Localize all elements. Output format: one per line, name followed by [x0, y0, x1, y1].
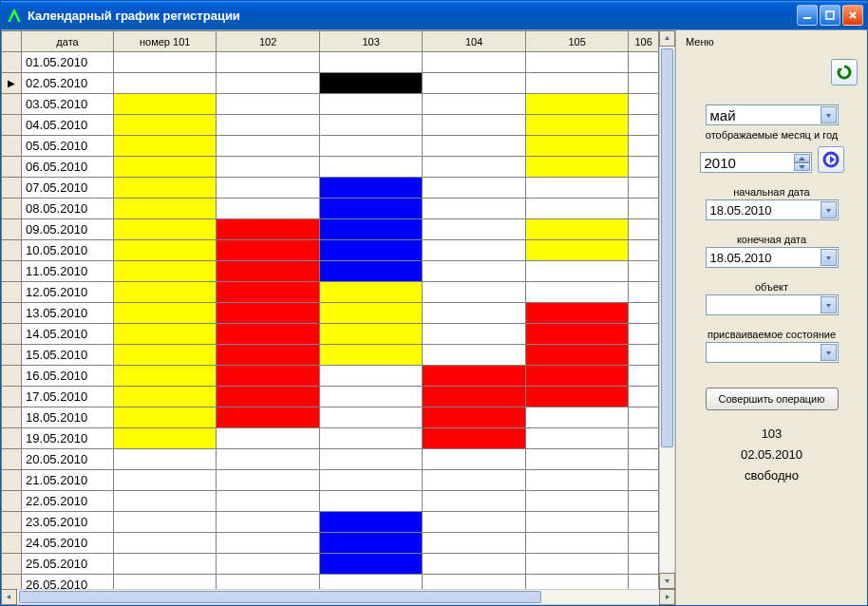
grid-cell[interactable]	[319, 94, 422, 115]
chevron-down-icon[interactable]	[821, 201, 837, 218]
grid-cell[interactable]	[525, 575, 628, 590]
chevron-down-icon[interactable]	[821, 249, 837, 266]
month-select[interactable]: май	[706, 104, 839, 125]
grid-cell[interactable]	[423, 115, 525, 136]
date-cell[interactable]: 24.05.2010	[22, 533, 114, 554]
grid-cell[interactable]	[525, 303, 628, 324]
table-row[interactable]: 12.05.2010	[2, 282, 659, 303]
table-row[interactable]: 03.05.2010	[2, 94, 659, 115]
vertical-scroll-thumb[interactable]	[661, 48, 673, 447]
grid-cell[interactable]	[113, 470, 216, 491]
minimize-button[interactable]	[797, 5, 818, 26]
date-cell[interactable]: 10.05.2010	[22, 240, 114, 261]
grid-cell[interactable]	[217, 575, 319, 590]
grid-cell[interactable]	[423, 533, 525, 554]
date-cell[interactable]: 18.05.2010	[22, 407, 114, 428]
date-cell[interactable]: 02.05.2010	[22, 73, 114, 94]
year-up-button[interactable]	[794, 154, 810, 162]
grid-cell[interactable]	[319, 575, 422, 590]
table-row[interactable]: 25.05.2010	[2, 554, 659, 575]
grid-cell[interactable]	[217, 345, 319, 366]
grid-cell[interactable]	[113, 73, 216, 94]
grid-cell[interactable]	[525, 52, 628, 73]
grid-column-header[interactable]: 102	[217, 31, 319, 52]
grid-cell[interactable]	[319, 136, 422, 157]
grid-cell[interactable]	[217, 407, 319, 428]
table-row[interactable]: 26.05.2010	[2, 575, 659, 590]
date-cell[interactable]: 12.05.2010	[22, 282, 114, 303]
grid-cell[interactable]	[629, 115, 659, 136]
date-cell[interactable]: 22.05.2010	[22, 491, 114, 512]
grid-cell[interactable]	[629, 407, 659, 428]
table-row[interactable]: 06.05.2010	[2, 157, 659, 178]
grid-cell[interactable]	[319, 407, 422, 428]
grid-cell[interactable]	[423, 178, 525, 199]
grid-cell[interactable]	[423, 282, 525, 303]
grid-cell[interactable]	[113, 52, 216, 73]
table-row[interactable]: 17.05.2010	[2, 387, 659, 407]
grid-cell[interactable]	[113, 533, 216, 554]
grid-column-header[interactable]: 105	[525, 31, 628, 52]
grid-cell[interactable]	[525, 115, 628, 136]
start-date-input[interactable]: 18.05.2010	[706, 199, 839, 220]
grid-cell[interactable]	[113, 387, 216, 407]
grid-cell[interactable]	[525, 387, 628, 407]
grid-cell[interactable]	[423, 303, 525, 324]
date-cell[interactable]: 03.05.2010	[22, 94, 114, 115]
date-cell[interactable]: 07.05.2010	[22, 178, 114, 199]
table-row[interactable]: 09.05.2010	[2, 219, 659, 240]
grid-cell[interactable]	[525, 428, 628, 449]
grid-cell[interactable]	[319, 303, 422, 324]
grid-cell[interactable]	[319, 178, 422, 199]
grid-cell[interactable]	[525, 366, 628, 387]
grid-cell[interactable]	[423, 345, 525, 366]
grid-column-header[interactable]: 103	[319, 31, 422, 52]
grid-column-header[interactable]: дата	[22, 31, 114, 52]
grid-cell[interactable]	[525, 407, 628, 428]
grid-cell[interactable]	[217, 512, 319, 533]
grid-cell[interactable]	[423, 512, 525, 533]
grid-cell[interactable]	[525, 73, 628, 94]
table-row[interactable]: 22.05.2010	[2, 491, 659, 512]
grid-cell[interactable]	[423, 324, 525, 345]
grid-cell[interactable]	[113, 407, 216, 428]
grid-cell[interactable]	[319, 52, 422, 73]
chevron-down-icon[interactable]	[821, 296, 837, 313]
grid-table[interactable]: датаномер 10110210310410510601.05.2010▶0…	[1, 30, 659, 589]
table-row[interactable]: 18.05.2010	[2, 407, 659, 428]
grid-cell[interactable]	[217, 199, 319, 219]
date-cell[interactable]: 16.05.2010	[22, 366, 114, 387]
date-cell[interactable]: 06.05.2010	[22, 157, 114, 178]
grid-cell[interactable]	[217, 219, 319, 240]
grid-column-header[interactable]: 104	[423, 31, 525, 52]
grid-cell[interactable]	[423, 366, 525, 387]
grid-cell[interactable]	[319, 345, 422, 366]
grid-cell[interactable]	[319, 157, 422, 178]
table-row[interactable]: 24.05.2010	[2, 533, 659, 554]
scroll-down-button[interactable]	[659, 573, 675, 589]
grid-cell[interactable]	[423, 261, 525, 282]
grid-cell[interactable]	[113, 449, 216, 470]
grid-cell[interactable]	[113, 136, 216, 157]
grid-cell[interactable]	[525, 533, 628, 554]
grid-cell[interactable]	[217, 73, 319, 94]
grid-cell[interactable]	[217, 387, 319, 407]
grid-cell[interactable]	[629, 261, 659, 282]
grid-cell[interactable]	[113, 94, 216, 115]
date-cell[interactable]: 25.05.2010	[22, 554, 114, 575]
grid-cell[interactable]	[629, 324, 659, 345]
grid-cell[interactable]	[113, 491, 216, 512]
table-row[interactable]: 23.05.2010	[2, 512, 659, 533]
grid-cell[interactable]	[319, 554, 422, 575]
grid-cell[interactable]	[525, 199, 628, 219]
grid-cell[interactable]	[423, 387, 525, 407]
grid-cell[interactable]	[629, 73, 659, 94]
table-row[interactable]: 19.05.2010	[2, 428, 659, 449]
grid-cell[interactable]	[629, 94, 659, 115]
grid-column-header[interactable]: номер 101	[113, 31, 216, 52]
grid-cell[interactable]	[525, 240, 628, 261]
horizontal-scroll-thumb[interactable]	[19, 591, 541, 603]
grid-cell[interactable]	[217, 324, 319, 345]
grid-cell[interactable]	[525, 136, 628, 157]
grid-cell[interactable]	[423, 428, 525, 449]
